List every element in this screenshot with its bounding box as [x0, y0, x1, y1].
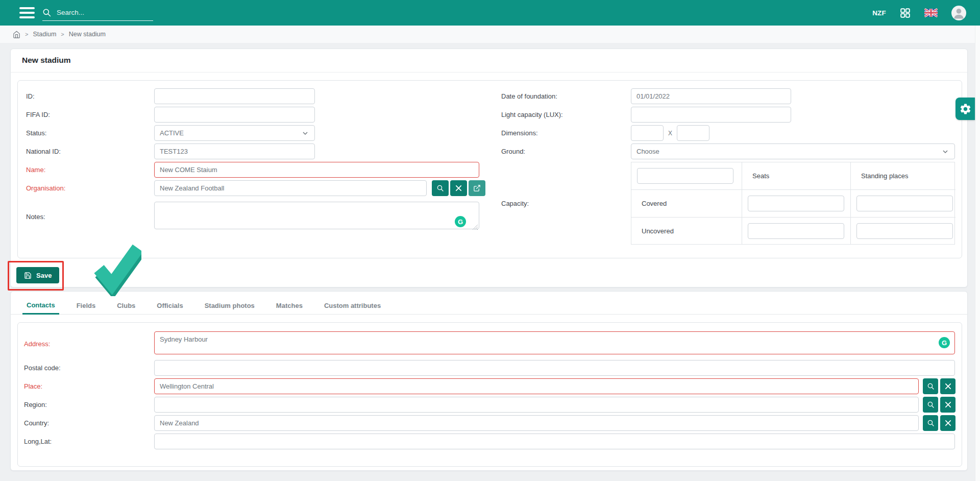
- tab-stadium-photos[interactable]: Stadium photos: [201, 297, 259, 314]
- place-search-button[interactable]: [923, 378, 938, 394]
- capacity-col-standing: Standing places: [851, 162, 955, 190]
- home-icon[interactable]: [13, 31, 20, 38]
- id-input[interactable]: [154, 88, 315, 104]
- stadium-form-card: New stadium ID: FIFA ID: Status: ACTIVE …: [10, 49, 968, 287]
- breadcrumb-stadium[interactable]: Stadium: [33, 31, 56, 38]
- field-row-date-of-foundation: Date of foundation:: [501, 88, 955, 104]
- fifa-id-label: FIFA ID:: [26, 111, 154, 118]
- region-search-button[interactable]: [923, 397, 938, 413]
- hamburger-menu-icon[interactable]: [19, 7, 35, 18]
- name-label: Name:: [26, 166, 154, 174]
- region-clear-button[interactable]: [940, 397, 955, 413]
- capacity-label: Capacity:: [501, 200, 631, 207]
- tab-fields[interactable]: Fields: [72, 297, 100, 314]
- field-row-postal-code: Postal code:: [24, 360, 957, 376]
- dimensions-width-input[interactable]: [631, 125, 664, 141]
- settings-flyout-button[interactable]: [955, 98, 975, 120]
- postal-code-label: Postal code:: [24, 364, 154, 372]
- place-input[interactable]: [154, 378, 919, 394]
- breadcrumb-separator: >: [25, 31, 28, 37]
- light-capacity-label: Light capacity (LUX):: [501, 111, 631, 118]
- capacity-col-seats: Seats: [742, 162, 851, 190]
- dimensions-height-input[interactable]: [677, 125, 709, 141]
- title-divider: [11, 72, 967, 73]
- top-app-bar: NZF: [0, 0, 980, 26]
- id-label: ID:: [26, 92, 154, 100]
- notes-textarea[interactable]: [154, 202, 479, 229]
- capacity-row-uncovered-label: Uncovered: [631, 218, 742, 244]
- covered-seats-cell: [742, 190, 851, 218]
- save-button[interactable]: Save: [16, 267, 59, 283]
- field-row-name: Name:: [26, 162, 496, 178]
- field-row-address: Address: Sydney Harbour G: [24, 332, 957, 355]
- field-row-place: Place:: [24, 378, 957, 394]
- region-input[interactable]: [154, 397, 919, 413]
- organisation-code[interactable]: NZF: [872, 9, 886, 17]
- covered-standing-input[interactable]: [856, 196, 953, 211]
- contacts-panel: Address: Sydney Harbour G Postal code: P…: [17, 322, 962, 467]
- field-row-notes: Notes: G: [26, 203, 496, 230]
- capacity-header-input-cell: [631, 162, 742, 190]
- field-row-region: Region:: [24, 397, 957, 413]
- date-of-foundation-label: Date of foundation:: [501, 92, 631, 100]
- apps-grid-icon[interactable]: [900, 8, 911, 18]
- global-search: [42, 5, 153, 21]
- date-of-foundation-input[interactable]: [631, 88, 791, 104]
- search-input[interactable]: [56, 8, 139, 17]
- capacity-header-input[interactable]: [637, 168, 733, 184]
- grammarly-icon: G: [455, 216, 466, 227]
- language-flag-uk-icon[interactable]: [924, 8, 938, 17]
- user-avatar[interactable]: [951, 6, 966, 20]
- name-input[interactable]: [154, 162, 479, 178]
- capacity-row-covered-label: Covered: [631, 190, 742, 218]
- search-icon: [42, 8, 51, 17]
- long-lat-input[interactable]: [154, 434, 955, 449]
- tab-custom-attributes[interactable]: Custom attributes: [320, 297, 385, 314]
- fifa-id-input[interactable]: [154, 107, 315, 123]
- field-row-capacity: Capacity: Seats Standing places Covered …: [501, 162, 955, 245]
- uncovered-seats-input[interactable]: [748, 223, 844, 239]
- organisation-label: Organisation:: [26, 184, 154, 192]
- field-row-status: Status: ACTIVE: [26, 125, 496, 141]
- light-capacity-input[interactable]: [631, 107, 791, 123]
- status-label: Status:: [26, 129, 154, 137]
- tab-officials[interactable]: Officials: [153, 297, 187, 314]
- tab-clubs[interactable]: Clubs: [113, 297, 139, 314]
- postal-code-input[interactable]: [154, 360, 955, 376]
- uncovered-seats-cell: [742, 218, 851, 244]
- capacity-table: Seats Standing places Covered Uncovered: [631, 162, 955, 245]
- country-clear-button[interactable]: [940, 415, 955, 431]
- organisation-search-button[interactable]: [432, 180, 449, 196]
- country-search-button[interactable]: [923, 415, 938, 431]
- organisation-clear-button[interactable]: [450, 180, 467, 196]
- field-row-country: Country:: [24, 415, 957, 431]
- status-select[interactable]: ACTIVE: [154, 125, 315, 141]
- organisation-open-link-button[interactable]: [469, 180, 485, 196]
- stadium-detail-tabs-card: Contacts Fields Clubs Officials Stadium …: [10, 291, 968, 471]
- address-textarea[interactable]: Sydney Harbour: [154, 331, 955, 354]
- save-button-label: Save: [36, 272, 52, 279]
- tab-contacts[interactable]: Contacts: [22, 297, 59, 315]
- place-clear-button[interactable]: [940, 378, 955, 394]
- country-input[interactable]: [154, 415, 919, 431]
- gear-icon: [959, 103, 972, 115]
- uncovered-standing-input[interactable]: [856, 223, 953, 239]
- covered-seats-input[interactable]: [748, 196, 844, 211]
- scrollbar-track[interactable]: [975, 26, 980, 481]
- dimensions-separator: X: [668, 130, 672, 137]
- breadcrumb-separator: >: [61, 31, 64, 37]
- stadium-form-panel: ID: FIFA ID: Status: ACTIVE National ID:…: [17, 80, 962, 258]
- ground-selected-value: Choose: [636, 148, 659, 155]
- long-lat-label: Long,Lat:: [24, 438, 154, 445]
- field-row-id: ID:: [26, 88, 496, 104]
- ground-select[interactable]: Choose: [631, 143, 955, 159]
- breadcrumb-new-stadium[interactable]: New stadium: [69, 31, 106, 38]
- field-row-dimensions: Dimensions: X: [501, 125, 955, 141]
- national-id-input[interactable]: [154, 143, 315, 159]
- tab-matches[interactable]: Matches: [272, 297, 307, 314]
- organisation-input[interactable]: [154, 180, 427, 196]
- grammarly-icon: G: [939, 337, 950, 348]
- covered-standing-cell: [851, 190, 955, 218]
- field-row-long-lat: Long,Lat:: [24, 434, 957, 449]
- chevron-down-icon: [941, 148, 949, 156]
